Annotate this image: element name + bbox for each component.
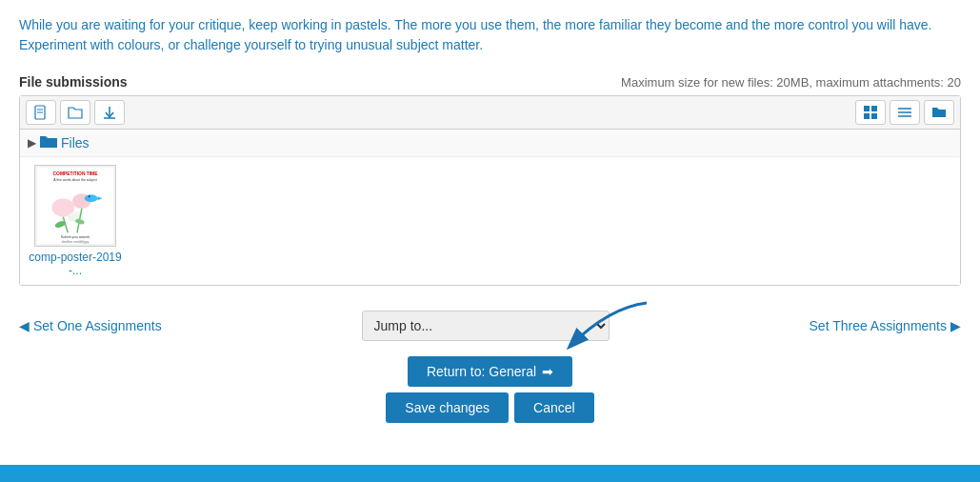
next-arrow-icon: ▶: [950, 318, 961, 333]
svg-rect-7: [864, 113, 870, 119]
tree-view-icon: [931, 105, 947, 120]
navigation-row: ◀ Set One Assignments Jump to... Set Thr…: [0, 301, 980, 351]
download-button[interactable]: [94, 100, 125, 125]
list-view-icon: [897, 105, 912, 120]
file-submissions-label: File submissions: [19, 74, 128, 90]
svg-rect-8: [871, 113, 877, 119]
svg-text:A few words about the subject: A few words about the subject: [53, 178, 96, 182]
folder-name: Files: [61, 135, 90, 151]
new-folder-button[interactable]: [60, 100, 90, 125]
toolbar-left: [26, 100, 125, 125]
intro-text: While you are waiting for your critique,…: [19, 15, 961, 55]
file-manager-toolbar: [20, 96, 960, 130]
svg-point-23: [85, 194, 98, 202]
download-icon: [102, 105, 117, 120]
file-item[interactable]: COMPETITION TIME A few words about the s…: [28, 165, 123, 277]
next-label: Set Three Assignments: [810, 318, 947, 333]
save-cancel-row: Save changes Cancel: [386, 392, 593, 423]
svg-text:Submit your artwork: Submit your artwork: [61, 235, 90, 239]
action-buttons-area: Return to: General ➡ Save changes Cancel: [0, 351, 980, 429]
svg-point-25: [89, 195, 90, 197]
save-button[interactable]: Save changes: [386, 392, 509, 423]
tree-view-button[interactable]: [924, 100, 954, 125]
file-grid-area: COMPETITION TIME A few words about the s…: [20, 157, 960, 285]
grid-view-button[interactable]: [855, 100, 886, 125]
file-thumbnail-svg: COMPETITION TIME A few words about the s…: [35, 165, 115, 247]
bottom-bar: [0, 465, 980, 482]
next-assignment-link[interactable]: Set Three Assignments ▶: [810, 318, 961, 333]
new-folder-icon: [68, 105, 83, 120]
jump-select[interactable]: Jump to...: [362, 311, 610, 341]
return-button[interactable]: Return to: General ➡: [408, 356, 572, 387]
return-label: Return to: General: [427, 364, 536, 379]
svg-text:deadline: mm/dd/yyyy: deadline: mm/dd/yyyy: [62, 240, 90, 244]
cancel-button[interactable]: Cancel: [514, 392, 594, 423]
svg-text:COMPETITION TIME: COMPETITION TIME: [53, 171, 99, 176]
folder-icon: [40, 134, 57, 151]
file-submissions-section: File submissions Maximum size for new fi…: [19, 74, 961, 286]
file-tree-row[interactable]: ▶ Files: [20, 130, 960, 157]
svg-rect-5: [864, 106, 870, 111]
toolbar-right: [855, 100, 954, 125]
list-view-button[interactable]: [890, 100, 920, 125]
grid-view-icon: [863, 105, 878, 120]
prev-arrow-icon: ◀: [19, 318, 30, 333]
file-submissions-header: File submissions Maximum size for new fi…: [19, 74, 961, 90]
return-icon: ➡: [542, 364, 553, 379]
file-name: comp-poster-2019-...: [28, 251, 123, 277]
prev-assignment-link[interactable]: ◀ Set One Assignments: [19, 318, 162, 333]
prev-label: Set One Assignments: [33, 318, 162, 333]
tree-arrow-icon: ▶: [28, 136, 36, 150]
file-thumbnail: COMPETITION TIME A few words about the s…: [34, 165, 116, 247]
new-file-icon: [33, 105, 49, 120]
new-file-button[interactable]: [26, 100, 56, 125]
file-manager: ▶ Files COMPETITION TIME: [19, 95, 961, 286]
svg-rect-6: [871, 106, 877, 111]
max-size-info: Maximum size for new files: 20MB, maximu…: [621, 75, 961, 90]
